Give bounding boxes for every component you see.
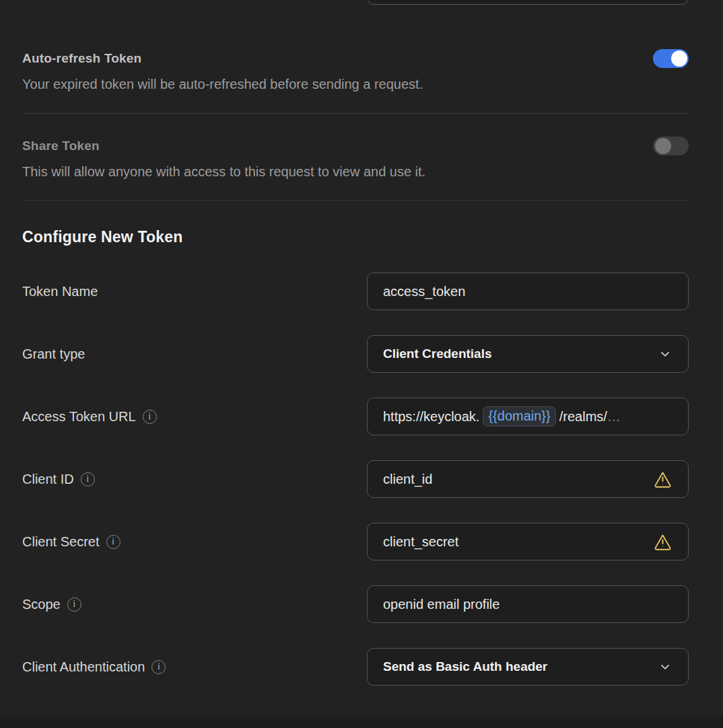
client-secret-row: Client Secret i client_secret xyxy=(22,523,689,560)
client-authentication-row: Client Authentication i Send as Basic Au… xyxy=(22,648,689,686)
auto-refresh-token-title: Auto-refresh Token xyxy=(22,51,141,66)
url-suffix: /realms/ xyxy=(559,409,607,425)
client-authentication-label: Client Authentication i xyxy=(22,659,367,675)
client-authentication-select[interactable]: Send as Basic Auth header xyxy=(367,648,689,686)
access-token-url-row: Access Token URL i https://keycloak.{{do… xyxy=(22,398,689,435)
grant-type-label: Grant type xyxy=(22,347,367,362)
grant-type-row: Grant type Client Credentials xyxy=(22,335,689,373)
chevron-down-icon xyxy=(658,347,672,361)
toggle-knob xyxy=(655,138,671,154)
info-icon[interactable]: i xyxy=(106,535,120,549)
client-id-label: Client ID i xyxy=(22,472,367,487)
share-token-description: This will allow anyone with access to th… xyxy=(22,163,689,180)
token-name-row: Token Name access_token xyxy=(22,272,689,310)
access-token-url-label: Access Token URL i xyxy=(22,409,367,425)
auto-refresh-description: Your expired token will be auto-refreshe… xyxy=(22,75,689,93)
client-secret-input[interactable]: client_secret xyxy=(367,523,689,560)
grant-type-value: Client Credentials xyxy=(383,347,492,361)
share-token-section: Share Token This will allow anyone with … xyxy=(22,114,689,201)
client-secret-value: client_secret xyxy=(383,534,458,550)
auto-refresh-token-section: Auto-refresh Token Your expired token wi… xyxy=(22,0,689,114)
access-token-url-input[interactable]: https://keycloak.{{domain}}/realms/… xyxy=(367,398,689,435)
info-icon[interactable]: i xyxy=(151,660,166,674)
info-icon[interactable]: i xyxy=(81,472,95,486)
auto-refresh-toggle[interactable] xyxy=(653,49,689,68)
info-icon[interactable]: i xyxy=(143,410,157,424)
warning-icon xyxy=(654,470,672,488)
token-name-label: Token Name xyxy=(22,284,367,299)
url-truncation-ellipsis: … xyxy=(607,409,621,425)
client-id-input[interactable]: client_id xyxy=(367,460,689,498)
client-secret-label: Client Secret i xyxy=(22,534,367,550)
client-id-value: client_id xyxy=(383,472,432,487)
grant-type-select[interactable]: Client Credentials xyxy=(367,335,689,373)
auth-settings-panel: Auto-refresh Token Your expired token wi… xyxy=(0,0,723,728)
token-form: Token Name access_token Grant type Clien… xyxy=(22,272,689,686)
configure-new-token-heading: Configure New Token xyxy=(22,228,689,246)
info-icon[interactable]: i xyxy=(67,597,81,612)
scope-value: openid email profile xyxy=(383,597,500,612)
environment-variable-pill[interactable]: {{domain}} xyxy=(483,406,555,427)
share-token-toggle[interactable] xyxy=(653,137,689,155)
warning-icon xyxy=(654,533,672,551)
scope-row: Scope i openid email profile xyxy=(22,585,689,623)
client-authentication-value: Send as Basic Auth header xyxy=(383,659,547,674)
partial-input-above[interactable] xyxy=(367,0,689,5)
chevron-down-icon xyxy=(658,660,672,674)
scope-input[interactable]: openid email profile xyxy=(367,585,689,623)
scope-label: Scope i xyxy=(22,597,367,612)
token-name-input[interactable]: access_token xyxy=(367,272,689,310)
window-bottom-edge xyxy=(0,716,723,728)
client-id-row: Client ID i client_id xyxy=(22,460,689,498)
url-prefix: https://keycloak. xyxy=(383,409,479,425)
token-name-value: access_token xyxy=(383,284,465,299)
toggle-knob xyxy=(671,50,687,67)
share-token-title: Share Token xyxy=(22,139,100,153)
